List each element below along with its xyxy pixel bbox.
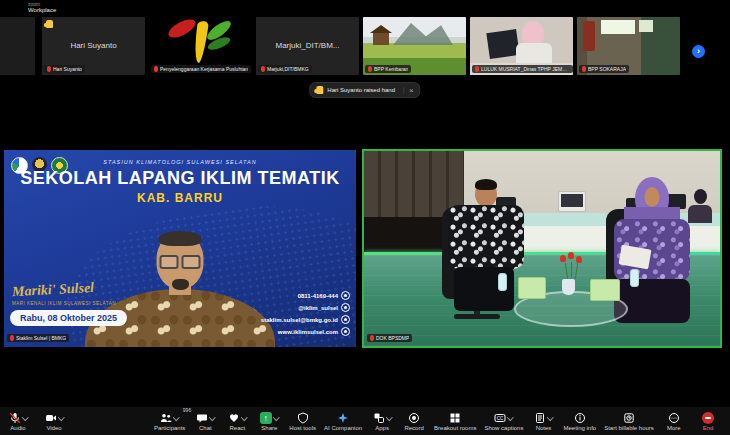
audio-button[interactable]: Audio	[6, 411, 30, 431]
window-shape	[601, 20, 635, 34]
end-meeting-button[interactable]: End	[696, 411, 720, 431]
participant-name-tag: LULUK MUSRIAT_Dinas TPHP JEMBER	[472, 65, 573, 73]
sparkle-icon	[337, 412, 349, 424]
participant-name-tag: Hari Suyanto	[44, 65, 85, 73]
tile-display-name: Hari Suyanto	[42, 41, 145, 50]
presenter-figure	[80, 225, 280, 347]
contact-row: www.iklimsulsel.com	[278, 327, 350, 336]
chevron-up-icon[interactable]	[508, 415, 513, 420]
muted-mic-icon	[370, 335, 374, 341]
video-tile-bpp-1[interactable]: BPP Kembaran	[363, 17, 466, 75]
video-tile-pusluhtan[interactable]: Penyelenggaraan Kerjasama Pusluhtan	[149, 17, 252, 75]
svg-text:CC: CC	[497, 416, 504, 421]
window-shape	[639, 20, 653, 32]
laptop-shape	[486, 29, 519, 59]
notification-text: Hari Suyanto raised hand	[327, 87, 395, 93]
app-title: Workplace	[28, 7, 56, 13]
date-pill: Rabu, 08 Oktober 2025	[10, 310, 127, 326]
video-tile-bpp-sokaraja[interactable]: BPP SOKARAJA	[577, 17, 680, 75]
muted-mic-icon	[261, 66, 265, 72]
participants-button[interactable]: 996 Participants	[154, 411, 185, 431]
chat-bubble-icon	[196, 412, 208, 424]
apps-button[interactable]: Apps	[370, 411, 394, 431]
clock-icon	[623, 412, 635, 424]
muted-mic-icon	[582, 66, 586, 72]
chevron-up-icon[interactable]	[59, 415, 64, 420]
water-bottle	[498, 273, 507, 291]
contact-row: @iklim_sulsel	[298, 303, 350, 312]
signature-subtext: MARI KENALI IKLIM SULAWESI SELATAN	[12, 301, 116, 306]
share-screen-button[interactable]: ↑ Share	[257, 411, 281, 431]
breakout-rooms-button[interactable]: Breakout rooms	[434, 411, 476, 431]
next-page-arrow-button[interactable]: ›	[692, 45, 705, 58]
flower-vase	[562, 279, 575, 295]
mic-muted-icon	[9, 412, 21, 424]
background-person	[688, 189, 712, 223]
gallery-strip: Hari Suyanto Hari Suyanto Penyelenggaraa…	[0, 15, 730, 78]
green-gift-box	[590, 279, 620, 301]
shield-icon	[297, 412, 309, 424]
participants-count: 996	[183, 407, 191, 413]
studio-scene: DOK BPSDMP	[364, 151, 720, 346]
raised-hand-notification[interactable]: Hari Suyanto raised hand ×	[309, 82, 420, 98]
water-bottle	[630, 269, 639, 287]
coffee-table	[514, 267, 626, 331]
record-icon	[408, 412, 420, 424]
contact-row: 0811-4169-444	[298, 291, 350, 300]
more-button[interactable]: More	[662, 411, 686, 431]
meeting-info-button[interactable]: Meeting info	[563, 411, 596, 431]
record-button[interactable]: Record	[402, 411, 426, 431]
react-button[interactable]: React	[225, 411, 249, 431]
heart-icon	[228, 412, 240, 424]
muted-mic-icon	[475, 66, 479, 72]
chevron-up-icon[interactable]	[387, 415, 392, 420]
screen-share-icon: ↑	[260, 412, 272, 424]
notes-button[interactable]: Notes	[531, 411, 555, 431]
ai-companion-button[interactable]: AI Companion	[324, 411, 362, 431]
chevron-up-icon[interactable]	[23, 415, 28, 420]
raised-hand-icon	[46, 20, 53, 28]
participant-name-tag: BPP Kembaran	[365, 65, 411, 73]
end-call-icon	[702, 412, 714, 424]
glasses-shape	[160, 255, 201, 269]
participants-icon	[160, 412, 172, 424]
host-tools-button[interactable]: Host tools	[289, 411, 316, 431]
instagram-icon	[341, 303, 350, 312]
video-tile-hari-suyanto[interactable]: Hari Suyanto Hari Suyanto	[42, 17, 145, 75]
main-video-staklim[interactable]: STASIUN KLIMATOLOGI SULAWESI SELATAN SEK…	[4, 150, 356, 347]
participant-name-tag: Penyelenggaraan Kerjasama Pusluhtan	[151, 65, 251, 73]
contact-list: 0811-4169-444 @iklim_sulsel staklim.suls…	[261, 291, 350, 336]
chat-button[interactable]: Chat	[193, 411, 217, 431]
video-tile-marjuki[interactable]: Marjuki_DIT/BM... Marjuki,DIT/BMKG	[256, 17, 359, 75]
video-button[interactable]: Video	[42, 411, 66, 431]
presenter-head	[157, 233, 204, 289]
whatsapp-icon	[341, 291, 350, 300]
video-camera-icon	[45, 412, 57, 424]
billable-hours-button[interactable]: Start billable hours	[604, 411, 654, 431]
banner-title: SEKOLAH LAPANG IKLIM TEMATIK	[4, 168, 356, 189]
participant-name-tag: BPP SOKARAJA	[579, 65, 629, 73]
red-tulip	[568, 252, 574, 259]
logo-leaf-yellow	[192, 20, 209, 63]
chevron-up-icon[interactable]	[242, 415, 247, 420]
banner-subheader: STASIUN KLIMATOLOGI SULAWESI SELATAN	[4, 159, 356, 165]
video-tile-luluk[interactable]: LULUK MUSRIAT_Dinas TPHP JEMBER	[470, 17, 573, 75]
logo-leaf-red	[166, 17, 199, 41]
email-icon	[341, 315, 350, 324]
chevron-up-icon[interactable]	[274, 415, 279, 420]
participant-name-tag: DOK BPSDMP	[367, 334, 412, 342]
muted-mic-icon	[10, 335, 14, 341]
close-icon[interactable]: ×	[403, 87, 414, 94]
contact-row: staklim.sulsel@bmkg.go.id	[261, 315, 350, 324]
chevron-up-icon[interactable]	[548, 415, 553, 420]
show-captions-button[interactable]: CC Show captions	[484, 411, 523, 431]
monitor-shape	[558, 191, 586, 212]
chevron-up-icon[interactable]	[210, 415, 215, 420]
video-tile-partial[interactable]	[0, 17, 35, 75]
muted-mic-icon	[368, 66, 372, 72]
chevron-up-icon[interactable]	[174, 415, 179, 420]
main-video-studio-active[interactable]: DOK BPSDMP	[362, 149, 722, 348]
meeting-toolbar: Audio Video 996 Participants Chat React …	[0, 407, 730, 435]
muted-mic-icon	[154, 66, 158, 72]
raised-hand-icon	[316, 86, 323, 94]
